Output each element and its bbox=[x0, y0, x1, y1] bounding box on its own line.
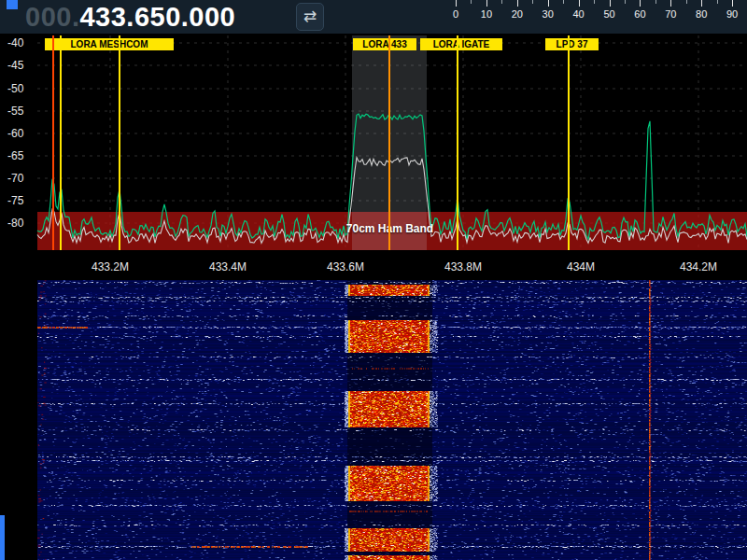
meter-tick-label: 0 bbox=[453, 8, 458, 20]
db-axis-label: -45 bbox=[7, 59, 23, 72]
meter-tick-label: 10 bbox=[481, 8, 492, 20]
freq-axis-label: 433.8M bbox=[444, 260, 482, 273]
meter-minor-tick bbox=[532, 0, 533, 4]
meter-tick-label: 40 bbox=[572, 8, 584, 20]
meter-minor-tick bbox=[501, 0, 502, 4]
meter-tick-label: 30 bbox=[543, 8, 554, 20]
db-axis-label: -40 bbox=[7, 36, 23, 49]
meter-tick bbox=[670, 0, 671, 7]
db-axis-label: -80 bbox=[7, 217, 23, 230]
db-axis-label: -65 bbox=[7, 149, 23, 162]
meter-tick-label: 50 bbox=[603, 8, 614, 20]
meter-minor-tick bbox=[625, 0, 626, 4]
freq-axis-label: 434.2M bbox=[680, 260, 717, 273]
band-label-chip: LORA IGATE bbox=[420, 38, 502, 50]
meter-tick bbox=[640, 0, 641, 7]
waterfall[interactable] bbox=[37, 280, 747, 560]
meter-tick bbox=[732, 0, 733, 7]
frequency-swap-button[interactable]: ⇄ bbox=[296, 3, 324, 31]
meter-tick bbox=[701, 0, 702, 7]
db-axis-label: -75 bbox=[7, 194, 23, 207]
band-label-chip: LORA 433 bbox=[353, 38, 416, 50]
meter-tick-label: 20 bbox=[512, 8, 523, 20]
meter-tick-label: 70 bbox=[665, 8, 676, 20]
left-edge-accent bbox=[0, 515, 5, 560]
frequency-value: 433.650.000 bbox=[79, 2, 235, 32]
band-label-chip: LPD 37 bbox=[545, 38, 599, 50]
meter-minor-tick bbox=[717, 0, 718, 4]
meter-tick bbox=[517, 0, 518, 7]
band-marker-line bbox=[568, 35, 570, 250]
band-marker-line bbox=[60, 35, 62, 250]
meter-minor-tick bbox=[563, 0, 564, 4]
band-marker-line bbox=[52, 35, 54, 250]
meter-tick bbox=[486, 0, 487, 7]
top-bar: 000.433.650.000 ⇄ 0102030405060708090 bbox=[0, 0, 747, 34]
db-axis-label: -55 bbox=[7, 105, 23, 118]
freq-axis-label: 433.4M bbox=[209, 260, 247, 273]
meter-tick-label: 60 bbox=[634, 8, 645, 20]
level-meter: 0102030405060708090 bbox=[444, 0, 747, 34]
menu-button[interactable] bbox=[7, 0, 18, 9]
meter-minor-tick bbox=[471, 0, 472, 4]
freq-axis-label: 433.6M bbox=[327, 260, 364, 273]
meter-tick-label: 80 bbox=[696, 8, 707, 20]
frequency-leading-zeros: 000. bbox=[25, 2, 79, 32]
meter-tick-label: 90 bbox=[726, 8, 738, 20]
meter-minor-tick bbox=[686, 0, 687, 4]
freq-axis-label: 433.2M bbox=[92, 260, 129, 273]
meter-tick bbox=[456, 0, 457, 7]
frequency-display[interactable]: 000.433.650.000 bbox=[25, 0, 235, 34]
tuning-line[interactable] bbox=[388, 35, 390, 250]
meter-minor-tick bbox=[655, 0, 656, 4]
spectrum-plot[interactable] bbox=[0, 34, 747, 280]
band-marker-line bbox=[457, 35, 458, 250]
meter-tick bbox=[610, 0, 611, 7]
meter-tick bbox=[579, 0, 580, 7]
meter-tick bbox=[548, 0, 549, 7]
db-axis-label: -60 bbox=[7, 127, 23, 140]
band-marker-line bbox=[119, 35, 120, 250]
band-label-chip: LORA MESHCOM bbox=[45, 38, 174, 50]
db-axis-label: -50 bbox=[7, 82, 23, 95]
sdr-app: 000.433.650.000 ⇄ 0102030405060708090 70… bbox=[0, 0, 747, 560]
spectrum-panel[interactable]: 70cm Ham Band -40-45-50-55-60-65-70-75-8… bbox=[0, 34, 747, 280]
meter-minor-tick bbox=[594, 0, 595, 4]
db-axis-label: -70 bbox=[7, 172, 23, 185]
freq-axis-label: 434M bbox=[567, 260, 595, 273]
